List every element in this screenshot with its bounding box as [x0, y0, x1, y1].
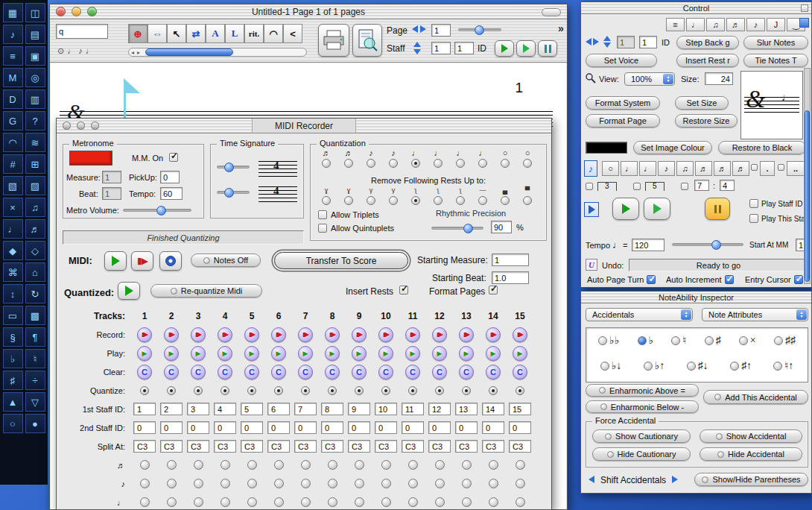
control-blue-widget[interactable] — [799, 18, 809, 28]
insert-rest-button[interactable]: Insert Rest r — [676, 54, 739, 67]
measure-field[interactable]: 1 — [102, 171, 121, 183]
track-4-duration-3-radio[interactable] — [221, 497, 230, 507]
track-13-staff2-field[interactable]: 0 — [455, 421, 478, 434]
track-12-play-button[interactable]: ▶ — [432, 346, 447, 361]
microtone-radio[interactable] — [773, 362, 782, 371]
track-6-duration-1-radio[interactable] — [274, 460, 284, 470]
track-10-split-field[interactable]: C3 — [375, 440, 397, 453]
track-6-staff2-field[interactable]: 0 — [267, 421, 290, 434]
track-9-duration-3-radio[interactable] — [355, 497, 364, 507]
track-8-split-field[interactable]: C3 — [321, 440, 343, 453]
tool-align-button[interactable]: ⇄ — [186, 24, 206, 43]
track-1-split-field[interactable]: C3 — [133, 440, 156, 453]
denominator-thumb[interactable] — [224, 188, 234, 198]
quant-note-radio[interactable] — [322, 159, 331, 168]
track-6-split-field[interactable]: C3 — [267, 440, 290, 453]
track-5-record-button[interactable]: ▮▶ — [244, 327, 259, 342]
page-field[interactable]: 1 — [431, 24, 451, 37]
track-14-staff2-field[interactable]: 0 — [482, 421, 504, 434]
track-10-record-button[interactable]: ▮▶ — [378, 327, 393, 342]
accidental-radio[interactable] — [598, 336, 607, 345]
midi-record-button[interactable]: ▮▶ — [131, 251, 153, 271]
track-3-clear-button[interactable]: C — [191, 365, 206, 380]
auto-page-turn-checkbox[interactable] — [647, 275, 656, 284]
track-7-staff2-field[interactable]: 0 — [294, 421, 317, 434]
note-entry-key-field[interactable]: q — [56, 24, 108, 39]
shift-accidentals-left-arrow[interactable] — [589, 476, 594, 483]
track-8-quantize-radio[interactable] — [328, 386, 337, 395]
quant-note-radio[interactable] — [478, 159, 487, 168]
notes-off-button[interactable]: Notes Off — [191, 254, 261, 267]
track-1-duration-3-radio[interactable] — [140, 497, 150, 507]
precision-thumb[interactable] — [463, 224, 473, 233]
track-13-record-button[interactable]: ▮▶ — [459, 327, 474, 342]
image-colour-swatch[interactable] — [586, 142, 627, 154]
track-6-duration-2-radio[interactable] — [274, 479, 284, 488]
custom-tuplet-checkbox[interactable] — [681, 183, 688, 190]
palette-note-icon[interactable]: ♩ — [3, 219, 23, 239]
play-staff-id-checkbox[interactable] — [749, 199, 758, 208]
track-9-play-button[interactable]: ▶ — [352, 346, 367, 361]
entry-duration-0-icon[interactable]: ⊙ — [57, 46, 64, 55]
palette-natural-icon[interactable]: ♮ — [25, 349, 45, 368]
inspector-titlebar[interactable]: NoteAbility Inspector — [581, 292, 811, 303]
quintuplet-checkbox[interactable] — [633, 183, 641, 190]
enharmonic-above-button[interactable]: Enharmonic Above = — [586, 384, 699, 397]
palette-metronome-icon[interactable]: M — [3, 68, 23, 87]
palette-divide-icon[interactable]: ÷ — [25, 371, 45, 390]
size-field[interactable]: 24 — [705, 72, 733, 85]
show-hide-parentheses-button[interactable]: Show/Hide Parentheses — [694, 473, 808, 486]
document-titlebar[interactable]: Untitled-1 Page 1 of 1 pages — [50, 4, 567, 19]
track-2-quantize-radio[interactable] — [167, 386, 176, 395]
step-back-button[interactable]: Step Back g — [676, 36, 739, 49]
track-12-record-button[interactable]: ▮▶ — [432, 327, 447, 342]
track-1-clear-button[interactable]: C — [137, 365, 152, 380]
duration-8-button[interactable]: ♬ — [732, 161, 749, 176]
track-11-duration-3-radio[interactable] — [408, 497, 418, 507]
entry-duration-1-icon[interactable]: ♩ — [67, 46, 75, 55]
palette-mesh-icon[interactable]: ▩ — [25, 306, 45, 325]
entry-duration-2-icon[interactable]: ♪ — [78, 46, 83, 55]
duration-3-button[interactable]: ♩ — [639, 161, 656, 176]
palette-dot-icon[interactable]: ● — [25, 414, 45, 433]
enharmonic-below-button[interactable]: Enharmonic Below - — [586, 400, 699, 413]
track-13-duration-3-radio[interactable] — [462, 497, 472, 507]
nav-right-arrow[interactable] — [593, 38, 599, 45]
show-accidental-button[interactable]: Show Accidental — [700, 429, 802, 443]
track-6-clear-button[interactable]: C — [271, 365, 286, 380]
palette-home-icon[interactable]: ⌂ — [25, 262, 45, 282]
tool-move-button[interactable]: ⇔ — [148, 24, 167, 43]
restore-to-black-button[interactable]: Restore to Black — [718, 141, 806, 154]
palette-texture-icon[interactable]: ▤ — [25, 25, 45, 44]
track-15-staff1-field[interactable]: 15 — [509, 403, 531, 415]
palette-plus-box-icon[interactable]: ⊞ — [25, 154, 45, 174]
track-1-staff2-field[interactable]: 0 — [133, 421, 156, 434]
track-3-split-field[interactable]: C3 — [187, 440, 209, 453]
track-5-play-button[interactable]: ▶ — [244, 346, 259, 361]
mm-on-checkbox[interactable] — [169, 153, 178, 162]
track-1-staff1-field[interactable]: 1 — [133, 403, 156, 415]
track-7-clear-button[interactable]: C — [298, 365, 313, 380]
palette-waves-icon[interactable]: ≋ — [25, 133, 45, 152]
track-11-record-button[interactable]: ▮▶ — [405, 327, 420, 342]
view-dropdown-stepper[interactable]: ▴▾ — [663, 74, 673, 84]
staff-id-field[interactable]: 1 — [454, 42, 474, 54]
show-cautionary-button[interactable]: Show Cautionary — [592, 429, 691, 443]
rhythmic-precision-slider[interactable] — [431, 227, 483, 230]
palette-diamond-outline-icon[interactable]: ◇ — [25, 241, 45, 260]
toolbar-hscrollbar[interactable]: ◂ ▸ — [128, 48, 307, 57]
duration-6-button[interactable]: ♬ — [695, 161, 712, 176]
track-3-duration-2-radio[interactable] — [194, 479, 203, 488]
starting-beat-field[interactable]: 1.0 — [492, 271, 529, 284]
quant-rest-radio[interactable] — [344, 196, 353, 205]
two-notes-icon-button[interactable]: ♫ — [706, 18, 725, 31]
palette-paragraph-icon[interactable]: ¶ — [25, 327, 45, 347]
track-15-split-field[interactable]: C3 — [509, 440, 531, 453]
tuplet-numerator-field[interactable]: 7 — [694, 180, 709, 191]
print-preview-button[interactable] — [352, 24, 382, 57]
track-1-duration-1-radio[interactable] — [140, 460, 150, 470]
track-7-record-button[interactable]: ▮▶ — [298, 327, 313, 342]
track-4-record-button[interactable]: ▮▶ — [218, 327, 232, 342]
quant-rest-radio[interactable] — [411, 196, 420, 205]
track-7-quantize-radio[interactable] — [301, 386, 310, 395]
